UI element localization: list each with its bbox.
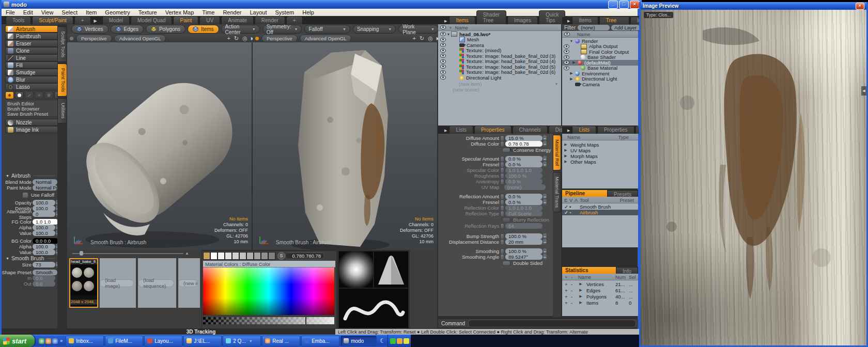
left-viewport-renderer-pill[interactable]: Advanced OpenGL — [114, 35, 166, 42]
airbrush-section-header[interactable]: ▼Airbrush — [6, 173, 55, 179]
tab-properties-2[interactable]: Properties — [597, 127, 634, 134]
tab-quick-tips[interactable]: Quick Tips — [539, 10, 566, 24]
clock-app-icon[interactable]: ☾ — [380, 337, 385, 344]
eye-icon[interactable] — [440, 49, 446, 53]
eye-icon[interactable] — [564, 50, 569, 54]
menu-select[interactable]: Select — [57, 9, 82, 15]
swatch-5[interactable] — [239, 252, 246, 260]
shape-in-field[interactable]: 0.0 — [33, 275, 55, 281]
env-toggle[interactable] — [500, 248, 504, 255]
taskbar-button-embarcadero[interactable]: Emba... — [301, 336, 339, 346]
env-toggle[interactable] — [500, 194, 504, 200]
list-row-other-maps[interactable]: ▶Other Maps — [562, 159, 638, 165]
tray-icon-3[interactable] — [404, 338, 409, 344]
tab-channels[interactable]: Channels — [513, 125, 548, 134]
env-toggle[interactable] — [500, 211, 504, 217]
scroll-hint-icon[interactable]: ▼ — [554, 82, 559, 86]
env-toggle[interactable] — [500, 239, 504, 245]
maximize-button[interactable]: □ — [619, 1, 629, 9]
smooth-brush-section-header[interactable]: ▼Smooth Brush — [6, 256, 55, 261]
eye-icon[interactable] — [564, 66, 569, 70]
bg-alpha-field[interactable]: 100.0 % — [33, 244, 55, 249]
tool-fill[interactable]: Fill — [5, 61, 61, 69]
eye-icon[interactable] — [440, 32, 446, 36]
blend-mode-dropdown[interactable]: Normal — [33, 179, 57, 185]
item-row-light[interactable]: Directional Light — [438, 75, 561, 81]
tray-icon-1[interactable] — [390, 338, 396, 344]
left-viewport-style-pill[interactable]: Perspective — [76, 35, 112, 42]
tracking-bar[interactable]: 3D Tracking — [67, 329, 335, 335]
move-view-icon-2[interactable]: + — [413, 35, 416, 41]
menu-vertex-map[interactable]: Vertex Map — [161, 9, 198, 15]
specular-amount-field[interactable]: 0.0 % — [505, 156, 542, 162]
tool-nozzle[interactable]: Nozzle — [5, 119, 61, 126]
clip-new-image[interactable]: (new image) — [178, 258, 200, 308]
eye-icon[interactable] — [564, 60, 569, 65]
env-toggle[interactable] — [500, 167, 504, 174]
tool-clone[interactable]: Clone — [5, 47, 61, 54]
image-preview-title-bar[interactable]: Image Preview × — [641, 2, 866, 10]
menu-layout[interactable]: Layout — [245, 9, 271, 15]
saturation-button[interactable]: S — [277, 252, 285, 260]
item-row-camera[interactable]: Camera — [438, 42, 561, 48]
tab-overflow-icon[interactable]: ▶ — [94, 19, 97, 23]
blurry-reflection-checkbox[interactable] — [502, 217, 510, 223]
alpha-marker[interactable] — [305, 317, 306, 324]
item-row-texture-6[interactable]: Texture: Image: head_bake_final_02d (6) — [438, 70, 561, 75]
brush-tip-star-button[interactable]: ★ — [35, 91, 43, 99]
symmetry-dropdown[interactable]: Symmetry: Off▼ — [262, 25, 302, 34]
opacity-field[interactable]: 100.0 % — [33, 200, 55, 206]
env-toggle[interactable] — [500, 162, 504, 168]
diffuse-color-field[interactable]: 0.78 0.78 0.78 — [505, 141, 542, 147]
bump-stepper[interactable]: ◂▸ — [543, 233, 547, 239]
env-toggle[interactable] — [500, 223, 504, 229]
bg-value-field[interactable]: 100.0 % — [33, 249, 55, 255]
uv-map-dropdown[interactable]: (none) — [504, 184, 546, 190]
alpha-strip[interactable] — [203, 317, 334, 324]
menu-item[interactable]: Item — [82, 9, 101, 15]
tab-images[interactable]: Images — [507, 16, 538, 24]
tab-uv[interactable]: UV — [199, 16, 220, 24]
tray-icon-2[interactable] — [397, 338, 402, 344]
shader-row-render[interactable]: ▼Render — [562, 38, 638, 44]
taskbar-button-inbox[interactable]: Inbox... — [66, 336, 104, 346]
item-row-texture-3[interactable]: Texture: Image: head_bake_final_02d (3) — [438, 53, 561, 59]
eye-icon[interactable] — [440, 43, 446, 47]
brush-tip-hard-button[interactable] — [15, 91, 24, 99]
menu-view[interactable]: View — [37, 9, 58, 15]
tab-material-ref[interactable]: Material Ref — [553, 135, 561, 170]
tab-lists[interactable]: Lists — [449, 125, 473, 134]
shader-row-defaultmat[interactable]: ▶(defaultMat) — [562, 60, 638, 66]
swatch-9[interactable] — [268, 252, 275, 260]
shader-row-dir-light[interactable]: ▶Directional Light — [562, 76, 638, 82]
pipeline-row-airbrush[interactable]: ✓ • Airbrush — [562, 210, 638, 215]
stat-row-items[interactable]: +-▶Items80 — [562, 300, 638, 306]
shape-preset-dropdown[interactable]: Smooth — [33, 270, 57, 275]
item-row-texture-mixed[interactable]: Texture: (mixed) — [438, 48, 561, 54]
tool-line[interactable]: Line — [5, 54, 61, 61]
clip-load-image[interactable]: (load image) — [100, 258, 136, 308]
eye-icon[interactable] — [440, 59, 446, 64]
pipeline-title[interactable]: Pipeline — [562, 190, 607, 197]
env-toggle[interactable] — [500, 135, 504, 141]
taskbar-button-layout[interactable]: Layou... — [144, 336, 182, 346]
env-toggle[interactable] — [500, 199, 504, 206]
brush-tip-poly-button[interactable]: ⬟ — [44, 91, 53, 99]
right-viewport-style-pill[interactable]: Perspective — [261, 35, 298, 42]
snapping-dropdown[interactable]: Snapping▼ — [353, 25, 396, 34]
right-viewport[interactable]: Smooth Brush : Airbrush No Items Channel… — [253, 42, 437, 250]
right-viewport-renderer-pill[interactable]: Advanced OpenGL — [300, 35, 352, 42]
stat-row-vertices[interactable]: +-▶Vertices21...... — [562, 281, 638, 287]
list-row-weight-maps[interactable]: ▶Weight Maps — [562, 142, 638, 148]
env-toggle[interactable] — [500, 156, 504, 162]
env-toggle[interactable] — [500, 141, 504, 147]
roughness-field[interactable]: 100.0 % — [505, 173, 542, 179]
tab-paint-tools[interactable]: Paint Tools — [57, 64, 67, 97]
paint-mode-dropdown[interactable]: Normal Proj ... — [33, 185, 57, 191]
smoothing-stepper[interactable]: ◂▸ — [543, 248, 547, 254]
displacement-stepper[interactable]: ◂▸ — [543, 239, 547, 245]
shader-row-final-color[interactable]: Final Color Output — [562, 49, 638, 55]
bg-color-field[interactable]: 0.0 0.0 0.0 — [33, 238, 58, 244]
viewport-thumb-icon-2[interactable] — [255, 37, 259, 40]
move-view-icon[interactable]: + — [227, 35, 230, 41]
